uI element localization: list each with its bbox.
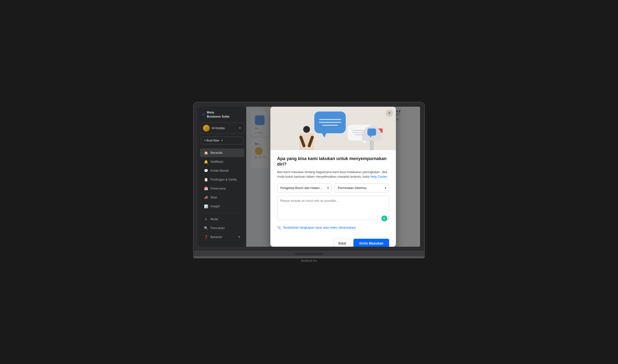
paperclip-icon: 📎 — [277, 226, 281, 230]
person-head — [303, 126, 310, 133]
inbox-icon: 💬 — [204, 169, 208, 173]
mailbox-post — [370, 141, 374, 150]
bubble-line-3 — [322, 125, 338, 126]
sidebar-item-postingan[interactable]: 📋 Postingan & Cerita — [200, 175, 244, 184]
sidebar-item-bantuan[interactable]: ❓ Bantuan ▼ — [200, 233, 244, 241]
feedback-textarea[interactable] — [277, 196, 389, 220]
nav-perencana-label: Perencana — [210, 187, 226, 190]
modal-description: Beri kami masukan tentang bagaimana kami… — [277, 170, 389, 179]
sidebar-item-insight[interactable]: 📊 Insight — [200, 202, 244, 211]
bubble-line-1 — [319, 119, 341, 120]
search-icon: 🔍 — [204, 226, 208, 230]
modal-illustration: × — [270, 107, 396, 150]
meta-icon: ∞ — [202, 112, 205, 117]
feedback-textarea-wrapper: G — [277, 196, 389, 223]
category-dropdown[interactable]: Pengelola Bisnis dan Halam... Postingan … — [277, 183, 332, 192]
bell-icon: 🔔 — [204, 160, 208, 164]
sidebar-item-mulai[interactable]: ≡ Mulai — [200, 215, 244, 223]
dropdown-row: Pengelola Bisnis dan Halam... Postingan … — [277, 183, 389, 192]
mailbox-figure — [362, 126, 381, 150]
nav-postingan-label: Postingan & Cerita — [210, 178, 237, 181]
create-ad-label: + Buat Iklan — [204, 139, 219, 142]
nav-notifikasi-label: Notifikasi — [210, 160, 223, 163]
person-arm-left — [299, 135, 306, 148]
laptop-base — [193, 251, 425, 256]
main-content: Pe... ⚠ Kan... Be... B... B... A... — [246, 107, 420, 247]
sidebar-item-kotak-masuk[interactable]: 💬 Kotak Masuk — [200, 166, 244, 175]
sidebar-item-iklan[interactable]: 📣 Iklan — [200, 193, 244, 202]
modal-footer: Batal Kirim Masukan — [270, 239, 396, 247]
help-icon: ❓ — [204, 235, 208, 239]
help-center-link[interactable]: Help Center — [370, 175, 387, 178]
cancel-button[interactable]: Batal — [333, 239, 351, 247]
home-icon: 🏠 — [204, 151, 208, 155]
bubble-line-2 — [319, 122, 341, 123]
speech-bubble-large — [314, 112, 346, 133]
nav-kotak-masuk-label: Kotak Masuk — [210, 169, 229, 172]
sidebar-item-pencarian[interactable]: 🔍 Pencarian — [200, 224, 244, 233]
attach-link-text: Tambahkan tangkapan layar atau video (di… — [283, 226, 356, 229]
sidebar-item-perencana[interactable]: 📅 Perencana — [200, 184, 244, 193]
modal-body: Apa yang bisa kami lakukan untuk menyemp… — [270, 150, 396, 239]
macbook-label: MacBook Pro — [193, 259, 425, 262]
person-figure — [299, 126, 314, 150]
sidebar: ∞ Meta Business Suite HI Kotoba ▼ + Buat… — [198, 107, 246, 247]
nav-iklan-label: Iklan — [210, 195, 217, 199]
person-arm-right — [307, 135, 314, 148]
account-chevron-icon: ▼ — [239, 127, 241, 129]
category-dropdown-wrapper: Pengelola Bisnis dan Halam... Postingan … — [277, 183, 332, 192]
account-selector[interactable]: HI Kotoba ▼ — [200, 123, 244, 134]
nav-insight-label: Insight — [210, 205, 220, 208]
grammarly-icon: G — [381, 216, 387, 221]
create-chevron-icon: ▼ — [221, 139, 223, 142]
avatar — [203, 125, 210, 131]
modal-title: Apa yang bisa kami lakukan untuk menyemp… — [277, 156, 389, 167]
nav-mulai-label: Mulai — [210, 217, 218, 221]
submit-button[interactable]: Kirim Masukan — [353, 239, 389, 247]
mailbox-chat-icon — [367, 129, 376, 136]
sidebar-logo: ∞ Meta Business Suite — [198, 111, 246, 123]
nav-list: 🏠 Beranda 🔔 Notifikasi 💬 Kotak Masuk 📋 P… — [198, 148, 246, 243]
sidebar-item-notifikasi[interactable]: 🔔 Notifikasi — [200, 157, 244, 166]
nav-divider — [202, 213, 242, 213]
ad-icon: 📣 — [204, 195, 208, 199]
account-name: HI Kotoba — [212, 127, 237, 130]
laptop-bottom-bar — [193, 256, 425, 258]
nav-bantuan-label: Bantuan — [210, 235, 222, 239]
mailbox-box — [362, 126, 381, 141]
laptop-notch — [295, 253, 323, 255]
list-icon: ≡ — [204, 217, 208, 221]
close-icon: × — [388, 111, 390, 115]
nav-pencarian-label: Pencarian — [210, 226, 225, 230]
modal-close-button[interactable]: × — [386, 110, 393, 117]
person-body — [299, 133, 314, 150]
calendar-icon: 📅 — [204, 187, 208, 190]
nav-beranda-label: Beranda — [210, 151, 222, 155]
post-icon: 📋 — [204, 178, 208, 182]
chart-icon: 📊 — [204, 205, 208, 208]
status-dropdown-wrapper: Permintaan Diterima Permintaan Ditolak L… — [335, 183, 389, 192]
bantuan-chevron-icon: ▼ — [238, 235, 240, 238]
logo-text: Meta Business Suite — [207, 111, 229, 119]
feedback-modal: × Apa yang bisa kami lakukan untuk menye… — [270, 107, 396, 247]
sidebar-item-beranda[interactable]: 🏠 Beranda — [200, 148, 244, 157]
attach-media-link[interactable]: 📎 Tambahkan tangkapan layar atau video (… — [277, 226, 389, 230]
status-dropdown[interactable]: Permintaan Diterima Permintaan Ditolak L… — [335, 183, 389, 192]
create-ad-button[interactable]: + Buat Iklan ▼ — [201, 137, 243, 144]
modal-overlay: × Apa yang bisa kami lakukan untuk menye… — [246, 107, 420, 247]
